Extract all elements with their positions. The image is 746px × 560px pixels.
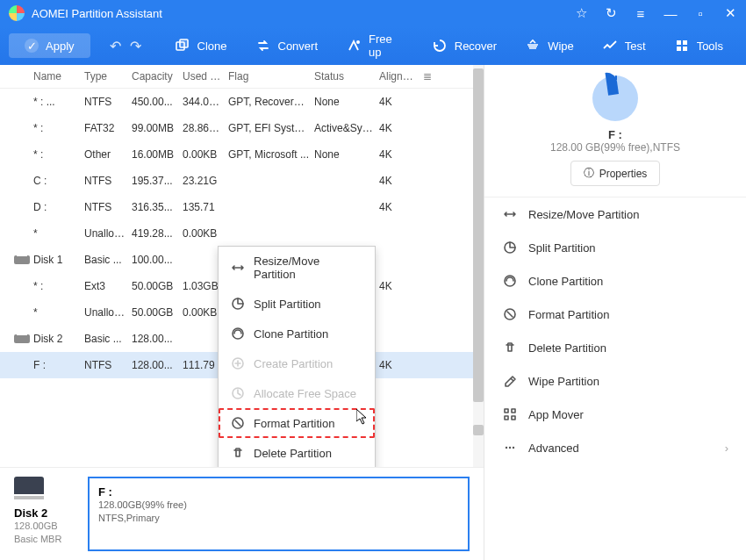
free-up-icon: [346, 38, 362, 54]
grid-row[interactable]: * : Other 16.00MB 0.00KB GPT, Microsoft …: [0, 141, 484, 168]
menu-format-partition[interactable]: Format Partition: [219, 408, 375, 438]
toolbar-wipe[interactable]: Wipe: [511, 27, 588, 64]
grid-row[interactable]: C : NTFS 195.37... 23.21G 4K: [0, 168, 484, 194]
action-resize-move-partition[interactable]: Resize/Move Partition: [484, 197, 746, 231]
partition-name: F :: [98, 485, 459, 499]
cell-name: D :: [33, 201, 84, 213]
action-label: Advanced: [528, 442, 579, 455]
undo-icon[interactable]: ↶: [110, 38, 121, 54]
cell-capacity: 16.00MB: [132, 148, 183, 161]
create-icon: [231, 356, 245, 370]
header-type[interactable]: Type: [84, 70, 132, 83]
action-clone-partition[interactable]: Clone Partition: [484, 264, 746, 298]
toolbar-convert[interactable]: Convert: [241, 27, 333, 64]
apply-button[interactable]: ✓ Apply: [9, 33, 90, 58]
scrollbar-thumb-lower[interactable]: [473, 425, 484, 435]
convert-icon: [255, 38, 271, 54]
close-icon[interactable]: ✕: [723, 5, 737, 21]
cell-name: * :: [33, 148, 84, 161]
menu-create-partition: Create Partition: [219, 348, 375, 378]
action-label: Delete Partition: [528, 341, 606, 355]
cell-used: 23.21G: [183, 175, 228, 187]
header-flag[interactable]: Flag: [228, 70, 314, 83]
menu-delete-partition[interactable]: Delete Partition: [219, 438, 375, 467]
star-icon[interactable]: ☆: [574, 5, 588, 21]
header-status[interactable]: Status: [314, 70, 379, 83]
apply-label: Apply: [46, 39, 75, 53]
disk-map: Disk 2 128.00GB Basic MBR F : 128.00GB(9…: [0, 467, 484, 560]
grid-row[interactable]: * : FAT32 99.00MB 28.86MB GPT, EFI Syste…: [0, 115, 484, 141]
tools-icon: [674, 38, 690, 54]
menu-allocate-free-space: Allocate Free Space: [219, 378, 375, 408]
cell-type: Unalloc...: [84, 227, 132, 240]
recover-icon: [432, 38, 448, 54]
partition-box[interactable]: F : 128.00GB(99% free) NTFS,Primary: [88, 477, 470, 551]
disk-icon: [14, 334, 30, 343]
cell-capacity: 419.28...: [132, 227, 183, 240]
check-icon: ✓: [25, 39, 39, 53]
action-split-partition[interactable]: Split Partition: [484, 231, 746, 264]
grid-row[interactable]: * : ... NTFS 450.00... 344.02... GPT, Re…: [0, 89, 484, 115]
cell-used: 28.86MB: [183, 122, 228, 134]
menu-label: Create Partition: [254, 357, 333, 370]
menu-split-partition[interactable]: Split Partition: [219, 289, 375, 319]
toolbar-clone[interactable]: Clone: [161, 27, 241, 64]
action-advanced[interactable]: Advanced›: [484, 431, 746, 464]
action-label: Format Partition: [528, 308, 609, 321]
titlebar: AOMEI Partition Assistant ☆ ↻ ≡ — ▫ ✕: [0, 0, 746, 26]
partition-fs: NTFS,Primary: [98, 512, 459, 525]
header-alignment[interactable]: Alignm...: [379, 70, 421, 83]
svg-rect-27: [512, 416, 515, 420]
cell-type: Basic ...: [84, 333, 132, 345]
cell-name: F :: [33, 359, 84, 371]
cell-align: 4K: [379, 96, 421, 108]
refresh-icon[interactable]: ↻: [604, 5, 618, 21]
right-pane: F : 128.00 GB(99% free),NTFS ⓘ Propertie…: [484, 65, 746, 560]
cell-align: 4K: [379, 175, 421, 187]
format-icon: [231, 416, 245, 430]
appmover-icon: [502, 406, 518, 422]
cell-used: 344.02...: [183, 96, 228, 108]
toolbar-label: Free up: [369, 32, 404, 59]
delete-icon: [231, 446, 245, 460]
toolbar-recover[interactable]: Recover: [418, 27, 511, 64]
grid-row[interactable]: * Unalloc... 419.28... 0.00KB: [0, 220, 484, 247]
right-partition-detail: 128.00 GB(99% free),NTFS: [484, 141, 746, 154]
properties-button[interactable]: ⓘ Properties: [570, 161, 661, 186]
disk-icon: [14, 477, 44, 494]
vertical-scrollbar[interactable]: [473, 65, 484, 467]
cell-align: 4K: [379, 201, 421, 213]
scrollbar-thumb[interactable]: [473, 68, 484, 402]
app-title: AOMEI Partition Assistant: [32, 7, 574, 20]
header-used[interactable]: Used S...: [183, 70, 228, 83]
toolbar-free-up[interactable]: Free up: [332, 27, 418, 64]
menu-resize-move-partition[interactable]: Resize/Move Partition: [219, 247, 375, 289]
grid-row[interactable]: D : NTFS 316.35... 135.71 4K: [0, 194, 484, 220]
app-logo-icon: [9, 5, 25, 21]
maximize-icon[interactable]: ▫: [693, 6, 707, 21]
action-wipe-partition[interactable]: Wipe Partition: [484, 364, 746, 398]
clone-icon: [231, 327, 245, 341]
header-capacity[interactable]: Capacity: [132, 70, 183, 83]
cell-name: C :: [33, 175, 84, 187]
header-name[interactable]: Name: [33, 70, 84, 83]
menu-icon[interactable]: ≡: [634, 6, 648, 21]
column-menu-icon[interactable]: ≣: [421, 70, 439, 83]
cell-align: 4K: [379, 359, 421, 371]
redo-icon[interactable]: ↷: [130, 38, 141, 54]
action-format-partition[interactable]: Format Partition: [484, 298, 746, 331]
split-icon: [502, 240, 518, 255]
minimize-icon[interactable]: —: [664, 6, 678, 21]
advanced-icon: [502, 440, 518, 456]
action-app-mover[interactable]: App Mover: [484, 398, 746, 431]
action-label: Clone Partition: [528, 275, 603, 288]
clone-icon: [502, 273, 518, 289]
menu-label: Format Partition: [254, 417, 334, 430]
menu-label: Clone Partition: [254, 327, 328, 341]
toolbar-tools[interactable]: Tools: [660, 27, 737, 64]
toolbar-test[interactable]: Test: [588, 27, 660, 64]
delete-icon: [502, 340, 518, 355]
menu-clone-partition[interactable]: Clone Partition: [219, 319, 375, 348]
action-delete-partition[interactable]: Delete Partition: [484, 331, 746, 364]
cell-type: NTFS: [84, 359, 132, 371]
